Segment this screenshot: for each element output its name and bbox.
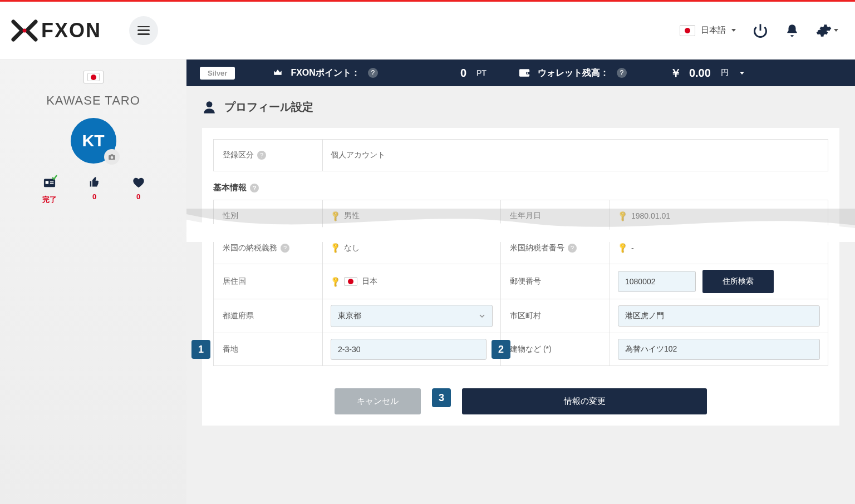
key-icon: 🔑 (329, 210, 341, 222)
points-label: FXONポイント： (291, 67, 360, 79)
gender-value: 男性 (344, 211, 360, 221)
cancel-button[interactable]: キャンセル (335, 388, 421, 414)
language-selector[interactable]: 日本語 (680, 25, 736, 36)
dob-value: 1980.01.01 (631, 211, 670, 220)
points-unit: PT (476, 68, 487, 77)
postal-code-label: 郵便番号 (501, 264, 610, 299)
basic-info-section-title: 基本情報 ? (213, 182, 828, 193)
registration-type-value: 個人アカウント (323, 140, 828, 171)
help-icon[interactable]: ? (617, 68, 627, 78)
wallet-label: ウォレット残高： (538, 67, 609, 79)
likes-count: 0 (92, 192, 96, 201)
svg-point-8 (207, 101, 213, 107)
id-stat-label: 完了 (42, 195, 57, 205)
city-input[interactable] (618, 305, 820, 327)
street-input[interactable] (331, 339, 487, 360)
chevron-down-icon (731, 29, 736, 32)
postal-code-input[interactable] (618, 271, 696, 292)
user-name: KAWASE TARO (0, 93, 186, 108)
prefecture-select[interactable]: 東京都 (331, 305, 493, 327)
us-tax-number-value: - (631, 244, 634, 253)
form-button-row: キャンセル 3 情報の変更 (213, 388, 828, 414)
svg-point-7 (527, 72, 528, 74)
svg-rect-2 (45, 181, 48, 184)
profile-form-card: 登録区分 ? 個人アカウント 基本情報 ? 性別 🔑 男性 生年月日 🔑 (202, 128, 839, 426)
id-verified-stat[interactable]: 完了 (42, 177, 57, 205)
check-icon (52, 175, 57, 180)
hearts-count: 0 (136, 192, 140, 201)
wallet-value: 0.00 (689, 67, 711, 80)
step-badge-3: 3 (432, 388, 451, 407)
likes-stat[interactable]: 0 (89, 177, 100, 205)
power-icon[interactable] (753, 23, 768, 38)
city-label: 市区町村 (501, 299, 610, 333)
camera-icon[interactable] (104, 149, 120, 165)
building-label: 建物など (*) (501, 333, 610, 365)
heart-icon (132, 177, 145, 188)
registration-type-label: 登録区分 ? (214, 140, 323, 171)
help-icon[interactable]: ? (568, 244, 577, 253)
us-tax-number-label: 米国納税者番号 ? (501, 232, 610, 264)
logo-x-icon (11, 19, 38, 42)
svg-point-0 (23, 28, 27, 32)
street-label: 番地 (214, 333, 323, 365)
favorites-stat[interactable]: 0 (132, 177, 145, 205)
user-country-flag (83, 71, 104, 83)
help-icon[interactable]: ? (257, 151, 266, 160)
points-value: 0 (460, 67, 466, 80)
key-icon: 🔑 (616, 210, 628, 222)
page-title: プロフィール設定 (224, 100, 313, 115)
tier-badge: Silver (200, 67, 235, 80)
main-content: Silver FXONポイント： ? 0 PT ウォレット残高： ? ￥ 0.0… (186, 60, 855, 504)
svg-rect-4 (50, 183, 53, 184)
hamburger-icon (137, 26, 150, 35)
svg-rect-3 (50, 181, 53, 182)
avatar[interactable]: KT (71, 118, 116, 164)
us-tax-label: 米国の納税義務 ? (214, 232, 323, 264)
wallet-currency: ￥ (670, 66, 681, 81)
us-tax-value: なし (344, 243, 360, 253)
sidebar: KAWASE TARO KT 完了 0 0 (0, 60, 186, 504)
gender-label: 性別 (214, 200, 323, 231)
chevron-down-icon (834, 29, 838, 32)
user-icon (202, 100, 217, 115)
japan-flag-icon (344, 277, 357, 286)
header: FXON 日本語 (0, 2, 855, 60)
thumbs-up-icon (89, 177, 100, 188)
settings-gear-icon[interactable] (816, 23, 838, 38)
dob-label: 生年月日 (501, 200, 610, 231)
chevron-down-icon (479, 313, 485, 319)
residence-country-value: 日本 (362, 276, 377, 286)
submit-button[interactable]: 情報の変更 (462, 388, 707, 414)
help-icon[interactable]: ? (250, 184, 259, 192)
bell-icon[interactable] (785, 23, 799, 38)
residence-country-label: 居住国 (214, 264, 323, 299)
hamburger-menu-button[interactable] (129, 16, 158, 45)
chevron-down-icon[interactable] (740, 72, 744, 75)
page-title-row: プロフィール設定 (186, 86, 855, 128)
building-input[interactable] (618, 339, 820, 360)
key-icon: 🔑 (329, 242, 341, 254)
key-icon: 🔑 (329, 275, 341, 288)
logo-text: FXON (41, 19, 101, 42)
wallet-unit: 円 (721, 68, 729, 78)
avatar-initials: KT (82, 131, 105, 150)
status-bar: Silver FXONポイント： ? 0 PT ウォレット残高： ? ￥ 0.0… (186, 60, 855, 86)
help-icon[interactable]: ? (281, 244, 289, 253)
step-badge-2: 2 (492, 340, 510, 359)
step-badge-1: 1 (191, 340, 210, 359)
language-label: 日本語 (701, 25, 726, 36)
help-icon[interactable]: ? (368, 68, 378, 78)
japan-flag-icon (680, 25, 695, 36)
key-icon: 🔑 (616, 242, 628, 254)
prefecture-label: 都道府県 (214, 299, 323, 333)
crown-icon (273, 68, 283, 78)
logo[interactable]: FXON (11, 19, 101, 42)
wallet-icon (519, 68, 530, 78)
address-search-button[interactable]: 住所検索 (702, 270, 774, 293)
